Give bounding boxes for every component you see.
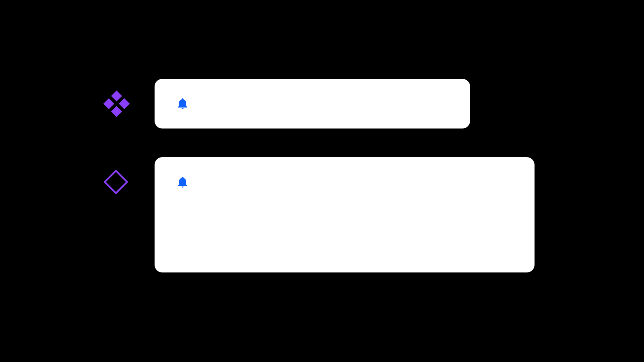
notification-card [155, 157, 535, 272]
notification-card [155, 79, 470, 129]
bell-icon [176, 175, 189, 189]
diamond-cluster-icon [105, 92, 128, 115]
bell-icon [176, 97, 189, 110]
diamond-outline-icon [104, 170, 128, 194]
